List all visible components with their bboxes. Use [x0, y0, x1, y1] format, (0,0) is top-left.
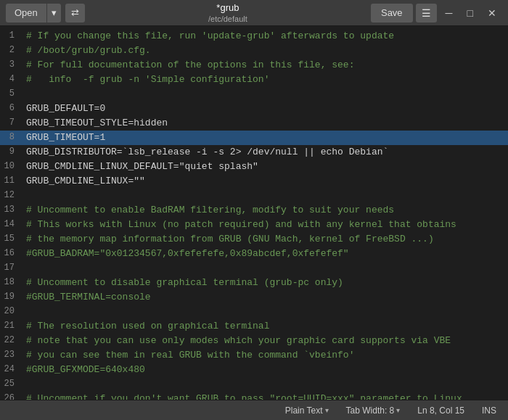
table-row[interactable]: 7GRUB_TIMEOUT_STYLE=hidden	[0, 116, 508, 131]
line-content	[22, 87, 508, 102]
line-number: 22	[0, 334, 22, 348]
line-number: 5	[0, 87, 22, 102]
line-number: 25	[0, 377, 22, 392]
line-content: # note that you can use only modes which…	[22, 334, 508, 348]
line-content	[22, 189, 508, 203]
line-content: # The resolution used on graphical termi…	[22, 319, 508, 334]
close-icon: ✕	[488, 7, 496, 19]
insert-mode: INS	[479, 404, 499, 417]
table-row[interactable]: 22# note that you can use only modes whi…	[0, 334, 508, 348]
tab-width-dropdown-icon: ▾	[396, 406, 400, 414]
switch-icon-button[interactable]: ⇄	[65, 4, 85, 22]
table-row[interactable]: 17	[0, 261, 508, 276]
language-selector[interactable]: Plain Text ▾	[282, 404, 332, 417]
titlebar-right: Save ☰ ─ □ ✕	[371, 4, 502, 22]
table-row[interactable]: 21# The resolution used on graphical ter…	[0, 319, 508, 334]
line-number: 4	[0, 73, 22, 87]
line-content: GRUB_DEFAULT=0	[22, 102, 508, 116]
tab-width-label: Tab Width: 8	[346, 405, 395, 416]
table-row[interactable]: 23# you can see them in real GRUB with t…	[0, 348, 508, 363]
line-number: 8	[0, 131, 22, 145]
line-content: GRUB_CMDLINE_LINUX=""	[22, 174, 508, 189]
save-button[interactable]: Save	[371, 4, 413, 22]
line-number: 10	[0, 160, 22, 174]
hamburger-button[interactable]: ☰	[416, 4, 437, 22]
line-content: # Uncomment to disable graphical termina…	[22, 276, 508, 290]
line-content: # Uncomment if you don't want GRUB to pa…	[22, 392, 508, 400]
titlebar-center: *grub /etc/default	[85, 2, 371, 24]
file-title: *grub	[216, 2, 239, 13]
line-content: GRUB_TIMEOUT=1	[22, 131, 508, 145]
line-number: 21	[0, 319, 22, 334]
line-number: 7	[0, 116, 22, 131]
table-row[interactable]: 25	[0, 377, 508, 392]
line-number: 26	[0, 392, 22, 400]
titlebar-left: Open ▾ ⇄	[6, 4, 85, 22]
table-row[interactable]: 5	[0, 87, 508, 102]
line-number: 6	[0, 102, 22, 116]
line-content: GRUB_CMDLINE_LINUX_DEFAULT="quiet splash…	[22, 160, 508, 174]
table-row[interactable]: 12	[0, 189, 508, 203]
line-number: 17	[0, 261, 22, 276]
table-row[interactable]: 2# /boot/grub/grub.cfg.	[0, 44, 508, 58]
minimize-icon: ─	[446, 7, 453, 19]
line-content: #GRUB_TERMINAL=console	[22, 290, 508, 305]
table-row[interactable]: 10GRUB_CMDLINE_LINUX_DEFAULT="quiet spla…	[0, 160, 508, 174]
file-path: /etc/default	[208, 15, 247, 23]
close-button[interactable]: ✕	[482, 4, 502, 22]
line-content: GRUB_DISTRIBUTOR=`lsb_release -i -s 2> /…	[22, 145, 508, 160]
minimize-button[interactable]: ─	[440, 4, 459, 22]
dropdown-icon: ▾	[52, 7, 57, 18]
line-content: #GRUB_BADRAM="0x01234567,0xfefefefe,0x89…	[22, 247, 508, 261]
line-number: 16	[0, 247, 22, 261]
insert-mode-label: INS	[482, 405, 496, 416]
open-dropdown-button[interactable]: ▾	[46, 4, 61, 22]
line-number: 23	[0, 348, 22, 363]
table-row[interactable]: 9GRUB_DISTRIBUTOR=`lsb_release -i -s 2> …	[0, 145, 508, 160]
table-row[interactable]: 3# For full documentation of the options…	[0, 58, 508, 73]
line-number: 11	[0, 174, 22, 189]
maximize-icon: □	[467, 7, 473, 19]
line-content: # This works with Linux (no patch requir…	[22, 218, 508, 232]
line-number: 15	[0, 232, 22, 247]
table-row[interactable]: 6GRUB_DEFAULT=0	[0, 102, 508, 116]
line-content: # For full documentation of the options …	[22, 58, 508, 73]
cursor-position: Ln 8, Col 15	[414, 404, 467, 417]
line-content: # /boot/grub/grub.cfg.	[22, 44, 508, 58]
table-row[interactable]: 19#GRUB_TERMINAL=console	[0, 290, 508, 305]
line-number: 1	[0, 29, 22, 44]
line-content: GRUB_TIMEOUT_STYLE=hidden	[22, 116, 508, 131]
line-content: #GRUB_GFXMODE=640x480	[22, 363, 508, 377]
table-row[interactable]: 14# This works with Linux (no patch requ…	[0, 218, 508, 232]
table-row[interactable]: 16#GRUB_BADRAM="0x01234567,0xfefefefe,0x…	[0, 247, 508, 261]
table-row[interactable]: 18# Uncomment to disable graphical termi…	[0, 276, 508, 290]
open-button[interactable]: Open	[6, 4, 46, 22]
tab-width-selector[interactable]: Tab Width: 8 ▾	[343, 404, 403, 417]
line-number: 24	[0, 363, 22, 377]
statusbar: Plain Text ▾ Tab Width: 8 ▾ Ln 8, Col 15…	[0, 400, 508, 420]
line-number: 3	[0, 58, 22, 73]
line-number: 19	[0, 290, 22, 305]
hamburger-icon: ☰	[422, 7, 431, 19]
table-row[interactable]: 20	[0, 305, 508, 319]
line-number: 2	[0, 44, 22, 58]
line-content	[22, 377, 508, 392]
line-number: 12	[0, 189, 22, 203]
line-content: # info -f grub -n 'Simple configuration'	[22, 73, 508, 87]
table-row[interactable]: 4# info -f grub -n 'Simple configuration…	[0, 73, 508, 87]
table-row[interactable]: 15# the memory map information from GRUB…	[0, 232, 508, 247]
cursor-position-label: Ln 8, Col 15	[417, 405, 464, 416]
line-content: # you can see them in real GRUB with the…	[22, 348, 508, 363]
switch-icon: ⇄	[71, 7, 79, 18]
maximize-button[interactable]: □	[462, 4, 479, 22]
table-row[interactable]: 13# Uncomment to enable BadRAM filtering…	[0, 203, 508, 218]
language-dropdown-icon: ▾	[325, 406, 329, 414]
line-number: 14	[0, 218, 22, 232]
table-row[interactable]: 8GRUB_TIMEOUT=1	[0, 131, 508, 145]
table-row[interactable]: 26# Uncomment if you don't want GRUB to …	[0, 392, 508, 400]
line-content	[22, 261, 508, 276]
table-row[interactable]: 1# If you change this file, run 'update-…	[0, 29, 508, 44]
editor-area[interactable]: 1# If you change this file, run 'update-…	[0, 26, 508, 400]
table-row[interactable]: 11GRUB_CMDLINE_LINUX=""	[0, 174, 508, 189]
table-row[interactable]: 24#GRUB_GFXMODE=640x480	[0, 363, 508, 377]
